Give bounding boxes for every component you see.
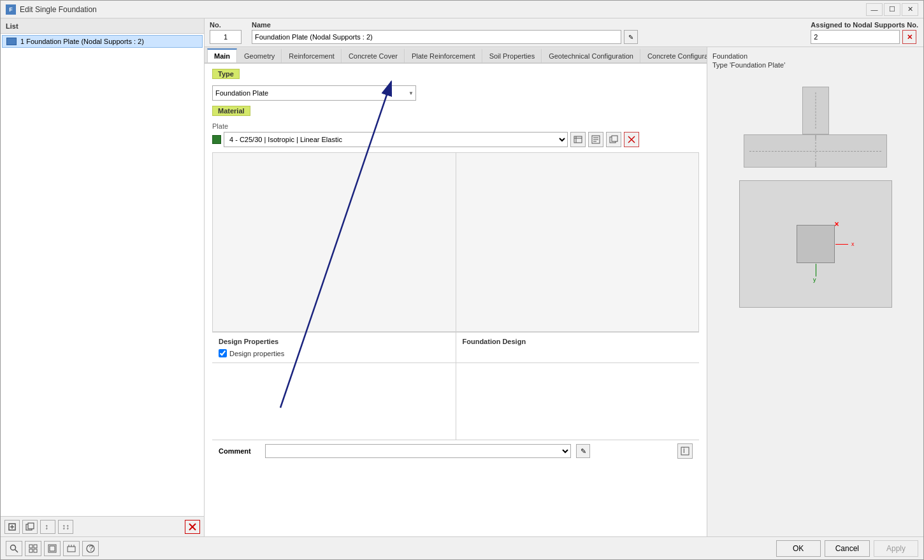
form-content: Type Foundation Plate ▼: [205, 64, 707, 536]
title-bar: F Edit Single Foundation — ☐ ✕: [1, 1, 923, 18]
ok-button[interactable]: OK: [776, 540, 821, 557]
material-section-label: Material: [212, 106, 250, 116]
tab-soil-properties[interactable]: Soil Properties: [483, 48, 542, 62]
top-view-area: × x y: [739, 180, 892, 308]
list-item[interactable]: 1 Foundation Plate (Nodal Supports : 2): [2, 35, 203, 48]
library-icon: [574, 135, 582, 144]
material-library-button[interactable]: [570, 132, 586, 147]
preview-subheader: Type 'Foundation Plate': [712, 61, 918, 69]
cancel-button[interactable]: Cancel: [825, 540, 870, 557]
svg-point-23: [11, 545, 16, 550]
assigned-label: Assigned to Nodal Supports No.: [811, 21, 918, 29]
name-input[interactable]: [252, 30, 621, 44]
name-input-row: ✎: [252, 30, 790, 44]
design-properties-checkbox[interactable]: [219, 349, 227, 357]
rename-icon: ↕: [43, 522, 52, 531]
assigned-field-group: Assigned to Nodal Supports No. ✕: [811, 21, 918, 44]
tab-concrete-config[interactable]: Concrete Configuration: [641, 48, 707, 62]
new-icon: [8, 522, 17, 531]
material-delete-icon: [627, 135, 636, 144]
grid-panel-left: [213, 153, 456, 331]
tab-geometry[interactable]: Geometry: [238, 48, 282, 62]
comment-info-button[interactable]: i: [677, 443, 693, 459]
column-v-line: [815, 92, 816, 129]
svg-rect-20: [681, 447, 689, 455]
material-copy-button[interactable]: [606, 132, 621, 147]
lower-right-cell: [456, 363, 700, 440]
svg-rect-31: [68, 547, 75, 552]
tab-main[interactable]: Main: [207, 48, 237, 62]
duplicate-icon: [25, 522, 34, 531]
design-properties-label[interactable]: Design properties: [229, 350, 284, 357]
select-tool-button[interactable]: [63, 541, 80, 556]
lower-left-cell: [212, 363, 456, 440]
delete-icon: [188, 522, 197, 531]
material-select[interactable]: 4 - C25/30 | Isotropic | Linear Elastic: [224, 132, 568, 147]
design-properties-title: Design Properties: [219, 338, 449, 345]
form-wrapper: Type Foundation Plate ▼: [205, 64, 707, 536]
svg-text:?: ?: [89, 544, 94, 553]
info-icon: i: [681, 447, 689, 456]
comment-label: Comment: [219, 447, 260, 455]
close-button[interactable]: ✕: [902, 3, 918, 16]
list-items: 1 Foundation Plate (Nodal Supports : 2): [1, 34, 204, 516]
tick-bottom: [815, 163, 816, 167]
comment-edit-button[interactable]: ✎: [576, 444, 590, 458]
bottom-forms-lower: [212, 363, 699, 440]
title-controls: — ☐ ✕: [866, 3, 918, 16]
name-edit-button[interactable]: ✎: [624, 30, 638, 44]
assigned-input[interactable]: [811, 30, 900, 44]
svg-rect-28: [34, 549, 37, 552]
rename-button[interactable]: ↕: [40, 520, 55, 534]
app-icon: F: [6, 4, 16, 15]
help-icon: ?: [86, 544, 95, 553]
svg-rect-25: [29, 545, 32, 548]
no-input[interactable]: [210, 30, 242, 44]
material-select-wrapper: 4 - C25/30 | Isotropic | Linear Elastic: [224, 132, 568, 147]
name-field-group: Name ✎: [252, 21, 790, 44]
delete-button[interactable]: [185, 520, 200, 534]
foundation-plate-side: [744, 134, 887, 168]
svg-rect-27: [29, 549, 32, 552]
assigned-clear-button[interactable]: ✕: [902, 30, 916, 44]
plate-label: Plate: [212, 122, 699, 130]
apply-button[interactable]: Apply: [874, 540, 918, 557]
tab-reinforcement[interactable]: Reinforcement: [282, 48, 342, 62]
right-panel: Foundation Type 'Foundation Plate': [707, 47, 923, 536]
comment-select[interactable]: [265, 444, 571, 458]
x-axis-label: x: [851, 241, 855, 247]
column-element: [802, 87, 829, 134]
new-button[interactable]: [4, 520, 20, 534]
tabs-area: Main Geometry Reinforcement Concrete Cov…: [205, 47, 707, 536]
type-select[interactable]: Foundation Plate: [212, 85, 416, 101]
grid-tool-button[interactable]: [25, 541, 41, 556]
checkbox-row: Design properties: [219, 349, 449, 357]
bottom-left-tools: ?: [6, 541, 99, 556]
material-color-swatch: [212, 135, 221, 144]
tab-plate-reinforcement[interactable]: Plate Reinforcement: [405, 48, 482, 62]
tab-concrete-cover[interactable]: Concrete Cover: [342, 48, 405, 62]
comment-select-wrapper: [265, 444, 571, 458]
minimize-button[interactable]: —: [866, 3, 883, 16]
help-button[interactable]: ?: [82, 541, 99, 556]
preview-area: × x y: [712, 74, 918, 531]
tab-geotechnical-config[interactable]: Geotechnical Configuration: [542, 48, 640, 62]
header-row: No. Name ✎ Assigned to Nodal Supports No…: [205, 18, 923, 47]
sort-button[interactable]: ↕↕: [58, 520, 73, 534]
tick-top: [815, 135, 816, 139]
grid-tool-icon: [29, 544, 38, 553]
duplicate-button[interactable]: [22, 520, 38, 534]
maximize-button[interactable]: ☐: [884, 3, 900, 16]
list-item-text: 1 Foundation Plate (Nodal Supports : 2): [20, 38, 144, 45]
svg-text:i: i: [683, 447, 685, 455]
material-delete-button[interactable]: [624, 132, 639, 147]
foundation-design-title: Foundation Design: [463, 338, 693, 345]
svg-rect-26: [34, 545, 37, 548]
view-tool-button[interactable]: [44, 541, 61, 556]
svg-text:↕: ↕: [45, 522, 48, 531]
no-field-group: No.: [210, 21, 242, 44]
list-header: List: [1, 18, 204, 34]
svg-rect-4: [28, 523, 34, 529]
material-edit-button[interactable]: [588, 132, 603, 147]
search-tool-button[interactable]: [6, 541, 22, 556]
